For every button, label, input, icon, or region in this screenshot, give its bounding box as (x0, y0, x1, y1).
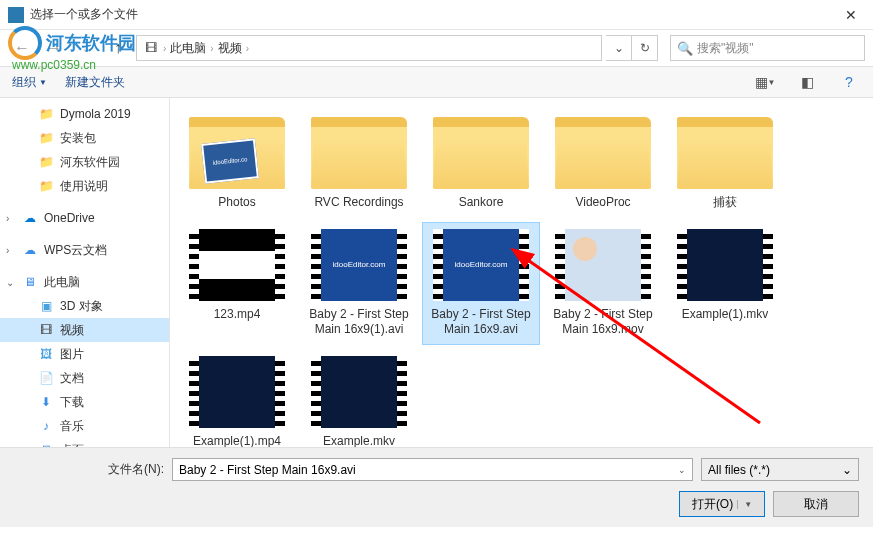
sidebar-item[interactable]: 📁河东软件园 (0, 150, 169, 174)
sidebar-item[interactable]: ▣3D 对象 (0, 294, 169, 318)
file-label: 捕获 (713, 195, 737, 211)
folder-thumbnail (677, 117, 773, 189)
file-item[interactable]: Example(1).mp4 (178, 349, 296, 447)
file-label: Baby 2 - First Step Main 16x9.mov (549, 307, 657, 338)
file-label: Baby 2 - First Step Main 16x9.avi (427, 307, 535, 338)
organize-menu[interactable]: 组织▼ (12, 74, 47, 91)
sidebar-item[interactable]: 📁使用说明 (0, 174, 169, 198)
search-placeholder: 搜索"视频" (697, 40, 754, 57)
file-item[interactable]: Example(1).mkv (666, 222, 784, 345)
folder-thumbnail (555, 117, 651, 189)
preview-pane-button[interactable]: ◧ (795, 70, 819, 94)
file-label: Photos (218, 195, 255, 211)
recent-dropdown[interactable]: ⌄ (72, 34, 100, 62)
video-icon: 🎞 (143, 40, 159, 56)
folder-item[interactable]: 捕获 (666, 110, 784, 218)
file-item[interactable]: idooEditor.comBaby 2 - First Step Main 1… (422, 222, 540, 345)
wps-icon: ☁ (22, 242, 38, 258)
file-label: Example(1).mp4 (193, 434, 281, 447)
filename-label: 文件名(N): (104, 461, 164, 478)
sidebar-item-label: 安装包 (60, 130, 96, 147)
filename-input[interactable]: Baby 2 - First Step Main 16x9.avi ⌄ (172, 458, 693, 481)
breadcrumb-seg[interactable]: 此电脑 (170, 40, 206, 57)
folder-item[interactable]: idooEditor.coPhotos (178, 110, 296, 218)
folder-item[interactable]: RVC Recordings (300, 110, 418, 218)
refresh-button[interactable]: ↻ (632, 35, 658, 61)
file-item[interactable]: Example.mkv (300, 349, 418, 447)
breadcrumb-seg[interactable]: 视频 (218, 40, 242, 57)
open-button[interactable]: 打开(O)▼ (679, 491, 765, 517)
sidebar-item[interactable]: ›☁OneDrive (0, 206, 169, 230)
sidebar-item-label: 桌面 (60, 442, 84, 448)
music-icon: ♪ (38, 418, 54, 434)
folder-icon: 📁 (38, 106, 54, 122)
onedrive-icon: ☁ (22, 210, 38, 226)
dl-icon: ⬇ (38, 394, 54, 410)
file-label: Example(1).mkv (682, 307, 769, 323)
back-button[interactable]: ← (8, 34, 36, 62)
search-input[interactable]: 🔍 搜索"视频" (670, 35, 865, 61)
sidebar-item[interactable]: 🎞视频 (0, 318, 169, 342)
sidebar-item[interactable]: ›☁WPS云文档 (0, 238, 169, 262)
folder-item[interactable]: Sankore (422, 110, 540, 218)
file-label: Baby 2 - First Step Main 16x9(1).avi (305, 307, 413, 338)
sidebar-item[interactable]: 📁安装包 (0, 126, 169, 150)
sidebar-item-label: 音乐 (60, 418, 84, 435)
address-dropdown[interactable]: ⌄ (606, 35, 632, 61)
file-label: Sankore (459, 195, 504, 211)
folder-icon: 📁 (38, 154, 54, 170)
chevron-right-icon: › (246, 43, 249, 54)
sidebar-item-label: 河东软件园 (60, 154, 120, 171)
sidebar-item[interactable]: 📄文档 (0, 366, 169, 390)
folder-icon: 📁 (38, 178, 54, 194)
file-label: VideoProc (575, 195, 630, 211)
expand-chevron-icon[interactable]: ⌄ (6, 277, 14, 288)
video-thumbnail (555, 229, 651, 301)
address-bar[interactable]: 🎞 › 此电脑 › 视频 › (136, 35, 602, 61)
sidebar: 📁Dymola 2019📁安装包📁河东软件园📁使用说明›☁OneDrive›☁W… (0, 98, 170, 447)
sidebar-item-label: 使用说明 (60, 178, 108, 195)
video-thumbnail (189, 356, 285, 428)
expand-chevron-icon[interactable]: › (6, 245, 9, 256)
file-content-area[interactable]: idooEditor.coPhotosRVC RecordingsSankore… (170, 98, 873, 447)
file-label: RVC Recordings (314, 195, 403, 211)
chevron-down-icon: ⌄ (842, 463, 852, 477)
sidebar-item[interactable]: ⬇下载 (0, 390, 169, 414)
sidebar-item[interactable]: 🖼图片 (0, 342, 169, 366)
titlebar: 选择一个或多个文件 ✕ (0, 0, 873, 30)
sidebar-item-label: OneDrive (44, 211, 95, 225)
doc-icon: 📄 (38, 370, 54, 386)
filetype-filter[interactable]: All files (*.*) ⌄ (701, 458, 859, 481)
file-item[interactable]: Baby 2 - First Step Main 16x9.mov (544, 222, 662, 345)
view-options-button[interactable]: ▦ ▼ (753, 70, 777, 94)
sidebar-item-label: 视频 (60, 322, 84, 339)
close-button[interactable]: ✕ (828, 0, 873, 30)
sidebar-item[interactable]: 📁Dymola 2019 (0, 102, 169, 126)
video-thumbnail (189, 229, 285, 301)
video-thumbnail: idooEditor.com (311, 229, 407, 301)
toolbar: 组织▼ 新建文件夹 ▦ ▼ ◧ ? (0, 66, 873, 98)
file-label: Example.mkv (323, 434, 395, 447)
sidebar-item[interactable]: ⌄🖥此电脑 (0, 270, 169, 294)
sidebar-item-label: 图片 (60, 346, 84, 363)
cancel-button[interactable]: 取消 (773, 491, 859, 517)
up-button[interactable]: ↑ (104, 34, 132, 62)
folder-thumbnail (433, 117, 529, 189)
file-item[interactable]: 123.mp4 (178, 222, 296, 345)
window-title: 选择一个或多个文件 (30, 6, 828, 23)
folder-thumbnail: idooEditor.co (189, 117, 285, 189)
sidebar-item[interactable]: ♪音乐 (0, 414, 169, 438)
sidebar-item-label: 文档 (60, 370, 84, 387)
expand-chevron-icon[interactable]: › (6, 213, 9, 224)
file-label: 123.mp4 (214, 307, 261, 323)
app-icon (8, 7, 24, 23)
file-item[interactable]: idooEditor.comBaby 2 - First Step Main 1… (300, 222, 418, 345)
help-button[interactable]: ? (837, 70, 861, 94)
obj3d-icon: ▣ (38, 298, 54, 314)
folder-item[interactable]: VideoProc (544, 110, 662, 218)
sidebar-item[interactable]: 🖥桌面 (0, 438, 169, 447)
newfolder-button[interactable]: 新建文件夹 (65, 74, 125, 91)
chevron-right-icon: › (210, 43, 213, 54)
sidebar-item-label: 此电脑 (44, 274, 80, 291)
chevron-down-icon[interactable]: ⌄ (678, 465, 686, 475)
